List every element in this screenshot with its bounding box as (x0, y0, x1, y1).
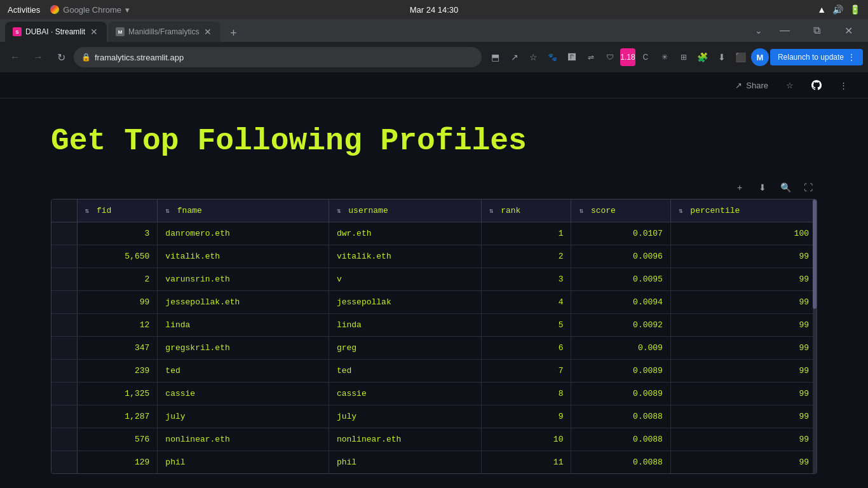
new-tab-button[interactable]: + (224, 24, 242, 42)
tab-close-inactive[interactable]: ✕ (203, 27, 213, 37)
table-search-button[interactable]: 🔍 (776, 179, 794, 196)
cell-fname: ted (158, 360, 329, 383)
extension-icon-6[interactable]: C (637, 48, 654, 66)
col-header-fid[interactable]: ⇅ fid (77, 200, 158, 222)
address-field[interactable]: 🔒 framalytics.streamlit.app (74, 47, 482, 67)
table-fullscreen-button[interactable]: ⛶ (799, 179, 817, 196)
cell-username: jessepollak (329, 291, 481, 314)
extension-icon-1[interactable]: 🐾 (544, 48, 562, 66)
relaunch-button[interactable]: Relaunch to update ⋮ (770, 49, 863, 65)
tab-close-active[interactable]: ✕ (89, 27, 99, 37)
col-header-rank[interactable]: ⇅ rank (481, 200, 571, 222)
cell-idx (51, 268, 77, 291)
col-header-score[interactable]: ⇅ score (571, 200, 670, 222)
data-table: ⇅ fid ⇅ fname ⇅ username (51, 200, 817, 473)
extension-icon-7[interactable]: ✳ (656, 48, 674, 66)
cell-username: phil (329, 451, 481, 474)
cell-username: linda (329, 314, 481, 337)
github-button[interactable] (806, 78, 827, 93)
extension-icon-4[interactable]: 🛡 (601, 48, 619, 66)
table-row: 2varunsrin.ethv30.009599 (51, 268, 817, 291)
cell-fname: varunsrin.eth (158, 268, 329, 291)
share-button[interactable]: ↗ Share (730, 78, 773, 93)
toolbar-icons: ⬒ ↗ ☆ 🐾 🅿 ⇌ 🛡 1.18 C ✳ ⊞ 🧩 ⬇ ⬛ M Relaunc… (487, 48, 863, 66)
cell-rank: 1 (481, 222, 571, 245)
cell-fname: vitalik.eth (158, 245, 329, 268)
cell-score: 0.0107 (571, 222, 670, 245)
cell-fname: nonlinear.eth (158, 428, 329, 451)
forward-button[interactable]: → (28, 47, 48, 67)
cell-username: ted (329, 360, 481, 383)
cell-rank: 11 (481, 451, 571, 474)
cell-username: greg (329, 337, 481, 360)
cell-fid: 99 (77, 291, 158, 314)
tab-bar: S DUBAI · Streamlit ✕ M Manidills/Framal… (0, 19, 868, 42)
cell-idx (51, 428, 77, 451)
table-header-row: ⇅ fid ⇅ fname ⇅ username (51, 200, 817, 222)
cell-fid: 3 (77, 222, 158, 245)
bookmark-icon[interactable]: ☆ (525, 48, 543, 66)
extension-icon-3[interactable]: ⇌ (582, 48, 600, 66)
cell-idx (51, 222, 77, 245)
extension-icon-8[interactable]: ⊞ (675, 48, 693, 66)
dropdown-arrow[interactable]: ▾ (125, 5, 130, 15)
os-bar-left: Activities Google Chrome ▾ (8, 5, 130, 15)
star-button[interactable]: ☆ (781, 78, 799, 93)
extensions-button[interactable]: 🧩 (694, 48, 712, 66)
cell-fid: 576 (77, 428, 158, 451)
close-window-button[interactable]: ✕ (834, 19, 863, 42)
restore-button[interactable]: ⧉ (802, 19, 831, 42)
tab-search-button[interactable]: ⌄ (750, 22, 768, 39)
table-toolbar: + ⬇ 🔍 ⛶ (51, 179, 817, 196)
cell-rank: 3 (481, 268, 571, 291)
cell-percentile: 99 (670, 337, 817, 360)
col-header-username[interactable]: ⇅ username (329, 200, 481, 222)
sidebar-toggle[interactable]: ⬛ (732, 48, 750, 66)
cell-username: v (329, 268, 481, 291)
data-table-container: ⇅ fid ⇅ fname ⇅ username (51, 199, 817, 474)
cell-fid: 5,650 (77, 245, 158, 268)
os-bar-right: ▲ 🔊 🔋 (817, 4, 860, 15)
table-row: 5,650vitalik.ethvitalik.eth20.009699 (51, 245, 817, 268)
app-menu-button[interactable]: ⋮ (834, 78, 853, 93)
tab-manidills[interactable]: M Manidills/Framalytics ✕ (108, 22, 220, 42)
cast-icon[interactable]: ⬒ (487, 48, 505, 66)
cell-score: 0.009 (571, 337, 670, 360)
wifi-icon: ▲ (817, 4, 826, 15)
table-add-button[interactable]: + (731, 179, 749, 196)
col-header-fname[interactable]: ⇅ fname (158, 200, 329, 222)
cell-idx (51, 405, 77, 428)
table-row: 12lindalinda50.009299 (51, 314, 817, 337)
share-icon[interactable]: ↗ (506, 48, 524, 66)
browser-label: Google Chrome ▾ (50, 5, 130, 15)
download-icon[interactable]: ⬇ (713, 48, 731, 66)
tab-favicon-active: S (13, 27, 22, 36)
app-header-right: ↗ Share ☆ ⋮ (730, 78, 853, 93)
cell-rank: 5 (481, 314, 571, 337)
cell-rank: 10 (481, 428, 571, 451)
cell-fname: july (158, 405, 329, 428)
cell-username: cassie (329, 383, 481, 405)
reload-button[interactable]: ↻ (51, 47, 71, 67)
back-button[interactable]: ← (5, 47, 25, 67)
cell-rank: 4 (481, 291, 571, 314)
col-header-percentile[interactable]: ⇅ percentile (670, 200, 817, 222)
tab-dubai-streamlit[interactable]: S DUBAI · Streamlit ✕ (5, 22, 107, 42)
table-scrollbar[interactable] (813, 200, 817, 473)
minimize-button[interactable]: — (770, 19, 799, 42)
volume-icon: 🔊 (832, 4, 843, 15)
cell-rank: 6 (481, 337, 571, 360)
cell-score: 0.0092 (571, 314, 670, 337)
table-download-button[interactable]: ⬇ (754, 179, 771, 196)
extension-icon-2[interactable]: 🅿 (563, 48, 581, 66)
main-content: Get Top Following Profiles + ⬇ 🔍 ⛶ (0, 98, 868, 488)
address-text: framalytics.streamlit.app (95, 53, 184, 62)
tab-favicon-inactive: M (116, 27, 125, 36)
sort-icon-rank: ⇅ (489, 207, 494, 215)
activities-label[interactable]: Activities (8, 5, 40, 15)
cell-idx (51, 291, 77, 314)
cell-fid: 1,287 (77, 405, 158, 428)
profile-button[interactable]: M (751, 48, 769, 66)
extension-icon-5[interactable]: 1.18 (620, 48, 635, 66)
cell-percentile: 99 (670, 451, 817, 474)
